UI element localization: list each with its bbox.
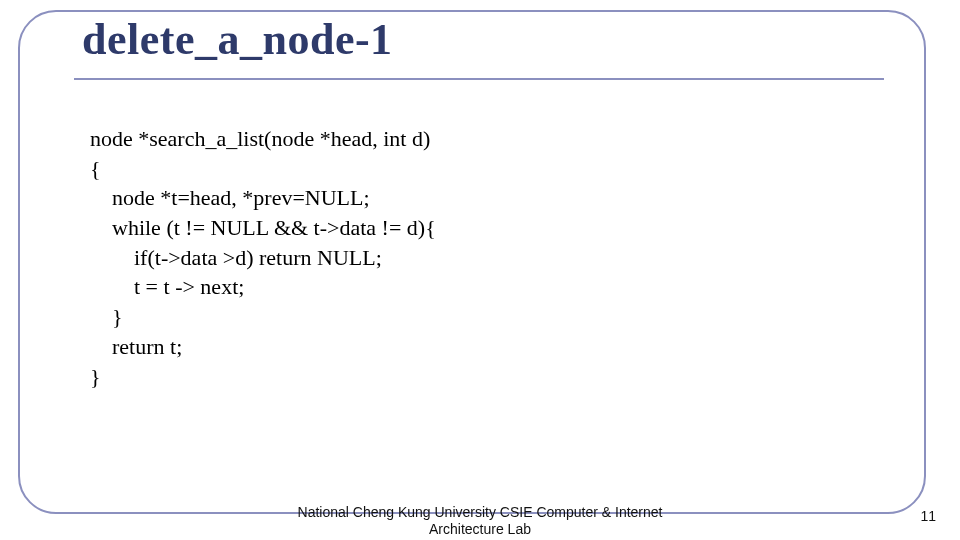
code-block: node *search_a_list(node *head, int d) {… <box>90 124 436 391</box>
title-underline <box>74 78 884 80</box>
code-line: t = t -> next; <box>90 274 244 299</box>
code-line: return t; <box>90 334 182 359</box>
footer-line-1: National Cheng Kung University CSIE Comp… <box>298 504 663 520</box>
page-number: 11 <box>920 508 936 524</box>
footer-line-2: Architecture Lab <box>429 521 531 537</box>
code-line: } <box>90 364 101 389</box>
code-line: } <box>90 304 123 329</box>
slide-title: delete_a_node-1 <box>82 14 393 65</box>
footer: National Cheng Kung University CSIE Comp… <box>0 504 960 538</box>
code-line: if(t->data >d) return NULL; <box>90 245 382 270</box>
code-line: node *t=head, *prev=NULL; <box>90 185 370 210</box>
code-line: { <box>90 156 101 181</box>
code-line: while (t != NULL && t->data != d){ <box>90 215 436 240</box>
code-line: node *search_a_list(node *head, int d) <box>90 126 430 151</box>
